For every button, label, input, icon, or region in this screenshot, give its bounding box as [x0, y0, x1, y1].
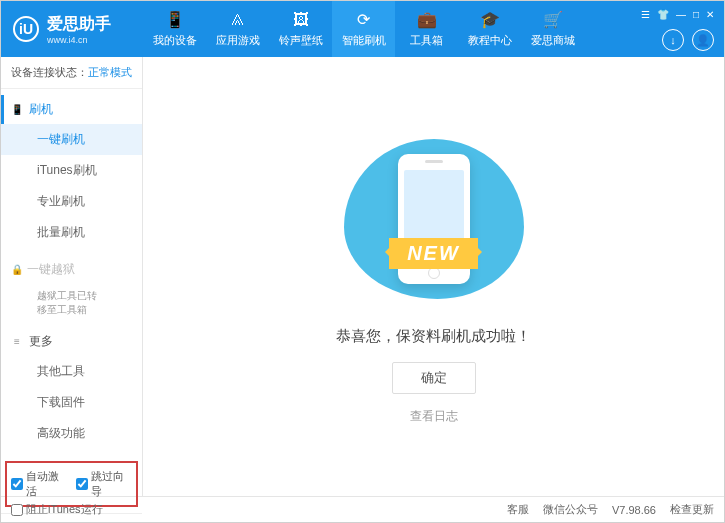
check-auto-activate-input[interactable]	[11, 478, 23, 490]
sidebar-item-pro-flash[interactable]: 专业刷机	[1, 186, 142, 217]
sidebar-header-more[interactable]: ≡更多	[1, 327, 142, 356]
menu-button[interactable]: ☰	[639, 7, 652, 22]
maximize-button[interactable]: □	[691, 7, 701, 22]
skin-button[interactable]: 👕	[655, 7, 671, 22]
sidebar-item-other-tools[interactable]: 其他工具	[1, 356, 142, 387]
check-skip-guide[interactable]: 跳过向导	[76, 469, 133, 499]
check-auto-activate[interactable]: 自动激活	[11, 469, 68, 499]
toolbox-icon: 💼	[418, 11, 436, 29]
confirm-button[interactable]: 确定	[392, 362, 476, 394]
nav-store[interactable]: 🛒爱思商城	[521, 1, 584, 57]
nav-apps-games[interactable]: ⩓应用游戏	[206, 1, 269, 57]
app-body: 设备连接状态：正常模式 📱刷机 一键刷机 iTunes刷机 专业刷机 批量刷机 …	[1, 57, 724, 496]
minimize-button[interactable]: —	[674, 7, 688, 22]
header-actions: ↓ 👤	[662, 29, 714, 51]
sidebar-item-oneclick-flash[interactable]: 一键刷机	[1, 124, 142, 155]
phone-icon: 📱	[166, 11, 184, 29]
download-button[interactable]: ↓	[662, 29, 684, 51]
block-itunes-input[interactable]	[11, 504, 23, 516]
nav-toolbox[interactable]: 💼工具箱	[395, 1, 458, 57]
menu-icon: ≡	[11, 336, 23, 348]
apps-icon: ⩓	[229, 11, 247, 29]
sidebar-item-batch-flash[interactable]: 批量刷机	[1, 217, 142, 248]
nav-ringtone-wallpaper[interactable]: 🖼铃声壁纸	[269, 1, 332, 57]
sidebar-group-more: ≡更多 其他工具 下载固件 高级功能	[1, 321, 142, 455]
nav-my-device[interactable]: 📱我的设备	[143, 1, 206, 57]
lock-icon: 🔒	[11, 264, 23, 276]
sidebar-item-itunes-flash[interactable]: iTunes刷机	[1, 155, 142, 186]
app-logo-icon: iU	[13, 16, 39, 42]
window-controls: ☰ 👕 — □ ✕	[639, 7, 716, 22]
block-itunes-check[interactable]: 阻止iTunes运行	[11, 502, 103, 517]
app-url: www.i4.cn	[47, 35, 111, 45]
app-header: iU 爱思助手 www.i4.cn 📱我的设备 ⩓应用游戏 🖼铃声壁纸 ⟳智能刷…	[1, 1, 724, 57]
sidebar-item-download-firmware[interactable]: 下载固件	[1, 387, 142, 418]
sidebar: 设备连接状态：正常模式 📱刷机 一键刷机 iTunes刷机 专业刷机 批量刷机 …	[1, 57, 143, 496]
nav-tutorial[interactable]: 🎓教程中心	[458, 1, 521, 57]
version-label: V7.98.66	[612, 504, 656, 516]
logo-area: iU 爱思助手 www.i4.cn	[1, 14, 143, 45]
new-ribbon: NEW	[389, 238, 478, 269]
wechat-link[interactable]: 微信公众号	[543, 502, 598, 517]
sidebar-item-advanced[interactable]: 高级功能	[1, 418, 142, 449]
refresh-icon: ⟳	[355, 11, 373, 29]
check-skip-guide-input[interactable]	[76, 478, 88, 490]
check-update-link[interactable]: 检查更新	[670, 502, 714, 517]
sidebar-item-jailbreak: 🔒一键越狱	[1, 254, 142, 285]
customer-service-link[interactable]: 客服	[507, 502, 529, 517]
connection-mode: 正常模式	[88, 66, 132, 78]
user-button[interactable]: 👤	[692, 29, 714, 51]
main-nav: 📱我的设备 ⩓应用游戏 🖼铃声壁纸 ⟳智能刷机 💼工具箱 🎓教程中心 🛒爱思商城	[143, 1, 584, 57]
wallpaper-icon: 🖼	[292, 11, 310, 29]
store-icon: 🛒	[544, 11, 562, 29]
option-checks: 自动激活 跳过向导	[5, 461, 138, 507]
close-button[interactable]: ✕	[704, 7, 716, 22]
nav-smart-flash[interactable]: ⟳智能刷机	[332, 1, 395, 57]
view-log-link[interactable]: 查看日志	[410, 408, 458, 425]
connection-status: 设备连接状态：正常模式	[1, 57, 142, 89]
phone-icon: 📱	[11, 104, 23, 116]
sidebar-header-flash[interactable]: 📱刷机	[1, 95, 142, 124]
success-illustration: NEW	[314, 129, 554, 309]
main-content: NEW 恭喜您，保资料刷机成功啦！ 确定 查看日志	[143, 57, 724, 496]
app-name: 爱思助手	[47, 14, 111, 35]
tutorial-icon: 🎓	[481, 11, 499, 29]
jailbreak-note: 越狱工具已转移至工具箱	[1, 285, 142, 321]
success-message: 恭喜您，保资料刷机成功啦！	[336, 327, 531, 346]
sidebar-group-flash: 📱刷机 一键刷机 iTunes刷机 专业刷机 批量刷机	[1, 89, 142, 254]
